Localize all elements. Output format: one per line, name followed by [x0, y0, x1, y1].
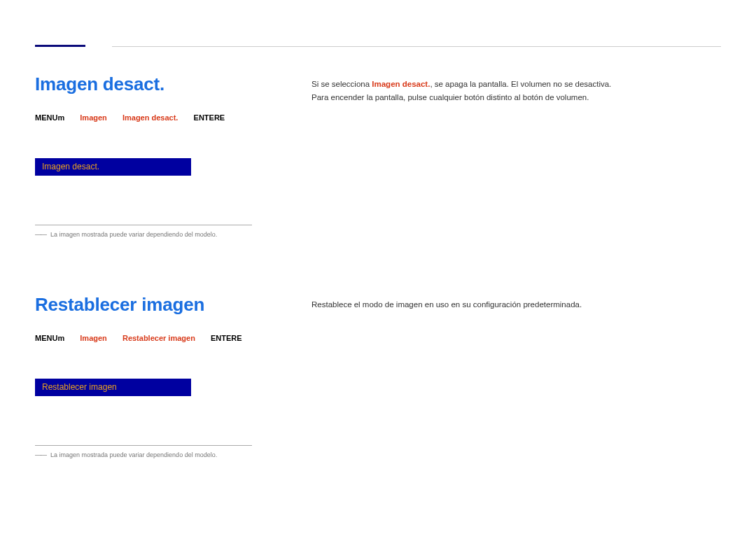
bc2-enter: ENTER: [211, 334, 237, 342]
header-divider: [112, 46, 721, 47]
section2-description: Restablece el modo de imagen en uso en s…: [312, 294, 721, 311]
bc2-m: m: [57, 334, 64, 342]
desc-line-1: Si se selecciona Imagen desact., se apag…: [312, 78, 721, 91]
bc-m: m: [57, 113, 64, 122]
section1-description: Si se selecciona Imagen desact., se apag…: [312, 73, 721, 104]
desc1hl: Imagen desact.: [372, 80, 430, 88]
bc2-menu: MENU: [35, 334, 57, 342]
heading-restablecer-imagen: Restablecer imagen: [35, 294, 294, 316]
menu-item-label: Imagen desact.: [42, 162, 99, 171]
bc-e: E: [220, 113, 225, 122]
footnote-1: ――La imagen mostrada puede variar depend…: [35, 225, 252, 238]
section-restablecer-imagen: Restablecer imagen MENUm Imagen Restable…: [35, 294, 721, 458]
header-accent-bar: [35, 45, 85, 47]
desc1a: Si se selecciona: [312, 80, 372, 88]
section1-left-column: Imagen desact. MENUm Imagen Imagen desac…: [35, 73, 294, 238]
heading-imagen-desact: Imagen desact.: [35, 73, 294, 95]
footnote-2: ――La imagen mostrada puede variar depend…: [35, 445, 252, 458]
desc1b: , se apaga la pantalla. El volumen no se…: [430, 80, 611, 88]
bc-menu: MENU: [35, 113, 57, 122]
bc2-e: E: [237, 334, 241, 342]
menu-preview-restablecer: Restablecer imagen: [35, 379, 191, 396]
footnote-text: La imagen mostrada puede variar dependie…: [50, 231, 217, 238]
footnote-dash-2: ――: [35, 451, 46, 458]
breadcrumb-1: MENUm Imagen Imagen desact. ENTERE: [35, 113, 294, 122]
footnote-text-2: La imagen mostrada puede variar dependie…: [50, 451, 217, 458]
menu-preview-imagen-desact: Imagen desact.: [35, 158, 191, 176]
section-imagen-desact: Imagen desact. MENUm Imagen Imagen desac…: [35, 73, 721, 238]
desc-line-2: Para encender la pantalla, pulse cualqui…: [312, 91, 721, 104]
bc-imagen-desact: Imagen desact.: [122, 113, 178, 122]
section2-left-column: Restablecer imagen MENUm Imagen Restable…: [35, 294, 294, 458]
footnote-dash: ――: [35, 231, 46, 238]
desc2: Restablece el modo de imagen en uso en s…: [312, 298, 721, 311]
breadcrumb-2: MENUm Imagen Restablecer imagen ENTERE: [35, 334, 294, 342]
bc-imagen: Imagen: [80, 113, 107, 122]
bc2-imagen: Imagen: [80, 334, 107, 342]
bc-enter: ENTER: [194, 113, 220, 122]
bc2-restablecer: Restablecer imagen: [122, 334, 195, 342]
menu-item-label-2: Restablecer imagen: [42, 382, 117, 392]
